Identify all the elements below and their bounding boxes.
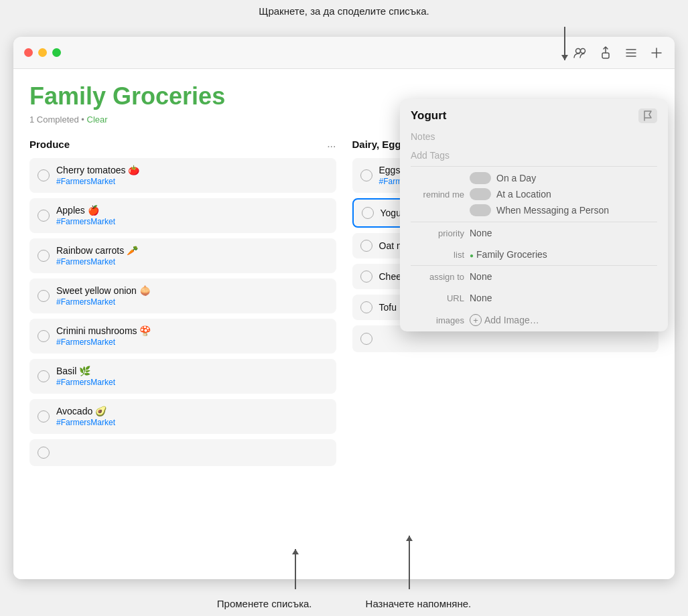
- checkbox[interactable]: [360, 301, 372, 313]
- produce-column: Produce ... Cherry tomatoes 🍅 #FarmersMa…: [29, 138, 336, 471]
- assign-to-label: assign to: [411, 272, 464, 282]
- checkbox: [38, 447, 50, 459]
- remind-me-row: remind me On a Day At a Location When Me…: [400, 167, 668, 222]
- on-a-day-label: On a Day: [496, 173, 536, 183]
- item-text: Crimini mushrooms 🍄 #FarmersMarket: [56, 325, 328, 347]
- list-item[interactable]: Crimini mushrooms 🍄 #FarmersMarket: [29, 319, 336, 354]
- detail-title: Yogurt: [411, 109, 447, 123]
- flag-button[interactable]: [638, 108, 657, 123]
- checkbox[interactable]: [38, 169, 50, 181]
- collaborate-icon[interactable]: [573, 46, 588, 60]
- list-item[interactable]: Rainbow carrots 🥕 #FarmersMarket: [29, 238, 336, 273]
- svg-point-0: [576, 48, 581, 53]
- list-item[interactable]: Sweet yellow onion 🧅 #FarmersMarket: [29, 279, 336, 313]
- share-icon[interactable]: [598, 46, 613, 60]
- clear-button[interactable]: Clear: [87, 114, 108, 125]
- at-a-location-toggle[interactable]: [470, 188, 491, 200]
- images-row: images + Add Image…: [400, 309, 668, 331]
- checkbox: [360, 333, 372, 345]
- add-reminder-icon[interactable]: [649, 46, 664, 60]
- completed-count: 1 Completed: [29, 114, 79, 125]
- item-text: Sweet yellow onion 🧅 #FarmersMarket: [56, 285, 328, 307]
- list-item[interactable]: Avocado 🥑 #FarmersMarket: [29, 399, 336, 434]
- produce-header: Produce ...: [29, 138, 336, 150]
- title-bar: [13, 37, 675, 69]
- on-a-day-toggle[interactable]: [470, 172, 491, 184]
- toolbar-icons: [573, 46, 664, 60]
- checkbox[interactable]: [38, 250, 50, 262]
- item-text: Avocado 🥑 #FarmersMarket: [56, 406, 328, 427]
- checkbox[interactable]: [38, 410, 50, 422]
- list-value[interactable]: Family Groceries: [470, 249, 547, 260]
- assign-to-content: None: [470, 271, 657, 282]
- annotation-bottom-left: Променете списъка.: [217, 598, 312, 609]
- detail-header: Yogurt: [400, 99, 668, 129]
- svg-rect-2: [602, 53, 609, 58]
- produce-title: Produce: [29, 139, 70, 150]
- dot-separator: •: [81, 114, 86, 125]
- annotation-bottom: Променете списъка. Назначете напомняне.: [0, 598, 688, 609]
- add-image-button[interactable]: + Add Image…: [470, 314, 539, 326]
- list-item[interactable]: Apples 🍎 #FarmersMarket: [29, 198, 336, 233]
- list-row: list Family Groceries: [400, 244, 668, 265]
- produce-menu[interactable]: ...: [327, 138, 336, 150]
- checkbox[interactable]: [360, 240, 372, 252]
- url-value[interactable]: None: [470, 293, 492, 303]
- list-item[interactable]: Basil 🌿 #FarmersMarket: [29, 359, 336, 394]
- checkbox[interactable]: [362, 207, 374, 219]
- list-label: list: [411, 250, 464, 260]
- checkbox[interactable]: [38, 290, 50, 302]
- close-button[interactable]: [24, 48, 33, 57]
- traffic-lights: [24, 48, 61, 57]
- checkbox[interactable]: [360, 169, 372, 181]
- priority-value[interactable]: None: [470, 228, 492, 238]
- checkbox[interactable]: [38, 370, 50, 382]
- assign-to-row: assign to None: [400, 266, 668, 287]
- arrow-bottom-right-line: [409, 536, 410, 589]
- when-messaging-label: When Messaging a Person: [496, 205, 609, 216]
- annotation-top: Щракнете, за да споделите списъка.: [0, 5, 688, 17]
- detail-panel: Yogurt Notes Add Tags remind me On a Day…: [400, 99, 668, 331]
- item-text: Basil 🌿 #FarmersMarket: [56, 366, 328, 387]
- svg-point-1: [581, 48, 586, 53]
- list-icon[interactable]: [624, 46, 638, 60]
- url-label: URL: [411, 293, 464, 303]
- list-content: Family Groceries: [470, 249, 657, 260]
- assign-to-value[interactable]: None: [470, 271, 492, 282]
- url-row: URL None: [400, 287, 668, 309]
- minimize-button[interactable]: [38, 48, 47, 57]
- notes-field[interactable]: Notes: [400, 129, 668, 147]
- remind-me-options: On a Day At a Location When Messaging a …: [470, 172, 657, 216]
- fullscreen-button[interactable]: [52, 48, 61, 57]
- annotation-bottom-right: Назначете напомняне.: [366, 598, 472, 609]
- checkbox[interactable]: [38, 330, 50, 342]
- priority-content: None: [470, 228, 657, 238]
- item-text: Cherry tomatoes 🍅 #FarmersMarket: [56, 165, 328, 186]
- url-content: None: [470, 293, 657, 303]
- list-item[interactable]: Cherry tomatoes 🍅 #FarmersMarket: [29, 158, 336, 193]
- add-item-produce[interactable]: [29, 439, 336, 466]
- checkbox[interactable]: [360, 271, 372, 283]
- remind-me-label: remind me: [411, 189, 464, 200]
- at-a-location-label: At a Location: [496, 189, 551, 200]
- images-content: + Add Image…: [470, 314, 657, 326]
- item-text: Rainbow carrots 🥕 #FarmersMarket: [56, 245, 328, 266]
- item-text: Apples 🍎 #FarmersMarket: [56, 205, 328, 226]
- priority-row: priority None: [400, 222, 668, 244]
- priority-label: priority: [411, 228, 464, 238]
- add-image-label: Add Image…: [484, 315, 539, 325]
- when-messaging-toggle[interactable]: [470, 204, 491, 216]
- images-label: images: [411, 315, 464, 325]
- plus-circle-icon: +: [470, 314, 482, 326]
- arrow-bottom-left-line: [295, 549, 296, 589]
- checkbox[interactable]: [38, 210, 50, 222]
- tags-field[interactable]: Add Tags: [400, 147, 668, 166]
- arrow-top-line: [564, 27, 565, 60]
